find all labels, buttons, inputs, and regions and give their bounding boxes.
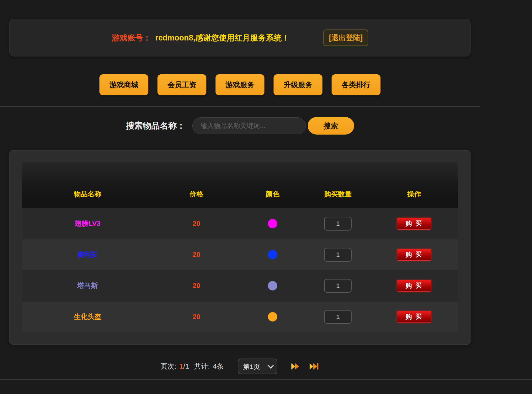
search-button[interactable]: 搜索	[308, 117, 354, 135]
column-header-action: 操作	[370, 189, 458, 199]
quantity-input[interactable]	[324, 248, 352, 262]
table-row: 塔马斯 20 购 买	[22, 270, 458, 301]
column-header-price: 价格	[153, 189, 240, 199]
page-select-wrap: 第1页	[238, 359, 277, 374]
bottom-divider	[0, 379, 532, 380]
table-row: 赛利安 20 购 买	[22, 239, 458, 270]
nav-item-game-service[interactable]: 游戏服务	[215, 74, 264, 95]
column-header-item-name: 物品名称	[22, 189, 153, 199]
pagination-bar: 页次: 1 /1 共计: 4条 第1页	[0, 359, 480, 374]
total-pages: /1	[183, 362, 189, 370]
search-bar: 搜索物品名称： 搜索	[0, 117, 480, 135]
item-name-link[interactable]: 赛利安	[77, 251, 98, 258]
column-header-quantity: 购买数量	[305, 189, 370, 199]
item-name-link[interactable]: 翅膀LV3	[75, 220, 101, 227]
item-name-link[interactable]: 生化头盔	[74, 313, 101, 321]
item-price: 20	[193, 251, 200, 258]
account-panel: 游戏账号： redmoon8,感谢您使用红月服务系统！ [退出登陆]	[9, 19, 471, 56]
total-count-label: 共计:	[194, 362, 210, 371]
page-select[interactable]: 第1页	[238, 359, 277, 374]
items-table-panel: 物品名称 价格 颜色 购买数量 操作 翅膀LV3 20 购 买 赛利安 20 购…	[9, 150, 471, 345]
item-price: 20	[193, 282, 200, 290]
nav-bar: 游戏商城 会员工资 游戏服务 升级服务 各类排行	[0, 74, 480, 95]
quantity-input[interactable]	[324, 310, 352, 324]
nav-item-member-salary[interactable]: 会员工资	[157, 74, 206, 95]
nav-item-game-mall[interactable]: 游戏商城	[99, 74, 148, 95]
quantity-input[interactable]	[324, 279, 352, 293]
table-row: 翅膀LV3 20 购 买	[22, 208, 458, 239]
item-name-link[interactable]: 塔马斯	[77, 282, 98, 290]
color-dot	[268, 312, 277, 322]
last-page-icon[interactable]	[309, 363, 319, 370]
item-price: 20	[193, 220, 200, 227]
total-count-value: 4条	[213, 362, 224, 371]
table-header-row: 物品名称 价格 颜色 购买数量 操作	[22, 162, 458, 208]
buy-button[interactable]: 购 买	[397, 218, 431, 230]
item-price: 20	[193, 313, 200, 321]
buy-button[interactable]: 购 买	[397, 280, 431, 292]
color-dot	[268, 250, 277, 259]
account-message: redmoon8,感谢您使用红月服务系统！	[155, 33, 290, 43]
search-input[interactable]	[192, 117, 306, 134]
quantity-input[interactable]	[324, 217, 352, 231]
color-dot	[268, 281, 277, 290]
nav-item-upgrade-service[interactable]: 升级服务	[274, 74, 322, 95]
nav-item-rankings[interactable]: 各类排行	[332, 74, 380, 95]
color-dot	[268, 219, 277, 228]
buy-button[interactable]: 购 买	[397, 311, 431, 323]
logout-button[interactable]: [退出登陆]	[323, 29, 368, 46]
buy-button[interactable]: 购 买	[397, 249, 431, 261]
current-page-number: 1	[179, 362, 183, 370]
page: 游戏账号： redmoon8,感谢您使用红月服务系统！ [退出登陆] 游戏商城 …	[0, 19, 480, 374]
page-index-label: 页次:	[161, 362, 176, 371]
account-label: 游戏账号：	[112, 33, 151, 43]
column-header-color: 颜色	[240, 189, 305, 199]
table-row: 生化头盔 20 购 买	[22, 301, 458, 332]
search-label: 搜索物品名称：	[126, 120, 185, 131]
section-divider	[0, 106, 480, 107]
fast-forward-icon[interactable]	[290, 363, 300, 370]
